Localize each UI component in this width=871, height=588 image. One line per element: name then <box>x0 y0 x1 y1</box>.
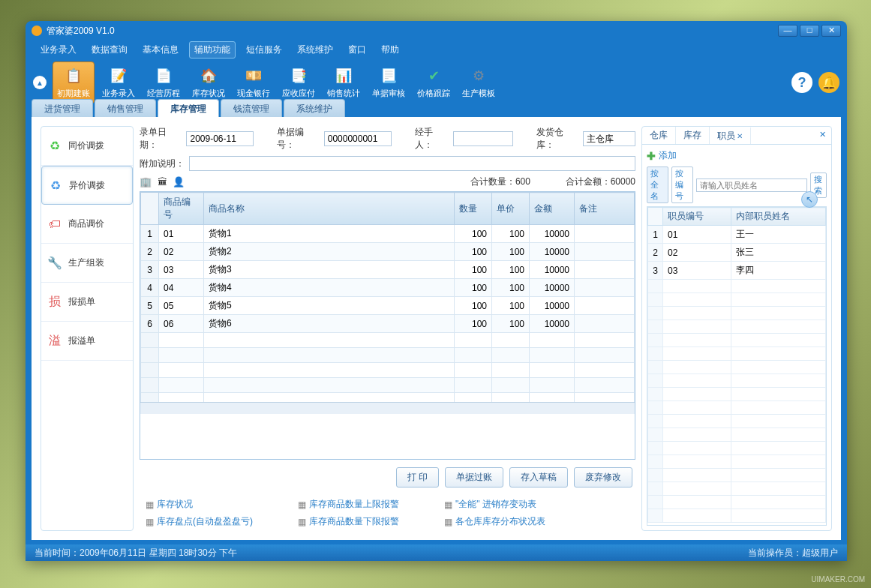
toolbar-icon: 📄 <box>153 67 174 85</box>
note-input[interactable] <box>189 156 635 171</box>
tab-close-icon[interactable]: ✕ <box>737 132 743 140</box>
toolbar-collapse-icon[interactable]: ▲ <box>33 76 47 89</box>
status-user: 当前操作员：超级用户 <box>748 547 838 560</box>
menu-item[interactable]: 帮助 <box>377 42 404 58</box>
grid-header[interactable] <box>141 193 159 225</box>
table-row[interactable]: 303货物310010010000 <box>141 261 635 279</box>
minimize-button[interactable]: — <box>778 25 797 37</box>
sidebar-item[interactable]: 🔧生产组装 <box>41 244 133 283</box>
toolbar-button[interactable]: 📃单据审核 <box>368 62 410 104</box>
toolbar-button[interactable]: ⚙生产模板 <box>458 62 500 104</box>
handler-label: 经手人： <box>415 126 449 152</box>
menu-item[interactable]: 窗口 <box>344 42 371 58</box>
table-row[interactable]: 101王一 <box>648 226 826 244</box>
sidebar-icon: 🏷 <box>47 217 62 232</box>
table-row[interactable]: 606货物610010010000 <box>141 315 635 333</box>
grid-header[interactable] <box>648 208 663 226</box>
menu-item[interactable]: 系统维护 <box>293 42 338 58</box>
sidebar-icon: ♻ <box>47 139 62 154</box>
toolbar-button[interactable]: ✔价格跟踪 <box>413 62 455 104</box>
table-row[interactable] <box>141 363 635 378</box>
toolbar-button[interactable]: 📝业务录入 <box>98 62 140 104</box>
sidebar-icon: 溢 <box>47 334 62 349</box>
grid-header[interactable]: 职员编号 <box>663 208 731 226</box>
grid-icon[interactable]: 🏢 <box>140 176 152 188</box>
warehouse-input[interactable] <box>583 131 635 146</box>
table-row[interactable]: 202张三 <box>648 244 826 262</box>
grid-header[interactable]: 商品编号 <box>159 193 204 225</box>
panel-close-icon[interactable]: ✕ <box>819 130 828 139</box>
main-tab[interactable]: 钱流管理 <box>221 99 282 117</box>
link-item[interactable]: ▦各仓库库存分布状况表 <box>444 515 545 528</box>
sidebar-item[interactable]: 溢报溢单 <box>41 322 133 361</box>
grid-header[interactable]: 单价 <box>492 193 530 225</box>
menu-item[interactable]: 辅助功能 <box>189 41 236 58</box>
toolbar-button[interactable]: 📑应收应付 <box>278 62 320 104</box>
grid-hscroll[interactable] <box>140 402 635 414</box>
toolbar-button[interactable]: 📄经营历程 <box>143 62 185 104</box>
search-input[interactable] <box>696 178 807 192</box>
table-row[interactable] <box>141 348 635 363</box>
grid-header[interactable]: 商品名称 <box>204 193 455 225</box>
table-row[interactable]: 202货物210010010000 <box>141 243 635 261</box>
toolbar: 📋初期建账📝业务录入📄经营历程🏠库存状况💴现金银行📑应收应付📊销售统计📃单据审核… <box>53 62 791 104</box>
grid-header[interactable]: 备注 <box>575 193 635 225</box>
date-input[interactable] <box>186 131 254 146</box>
notify-icon[interactable]: 🔔 <box>818 72 839 93</box>
link-item[interactable]: ▦库存盘点(自动盘盈盘亏) <box>146 515 253 528</box>
right-tab[interactable]: 库存 <box>676 127 710 144</box>
maximize-button[interactable]: □ <box>800 25 819 37</box>
action-button[interactable]: 存入草稿 <box>509 467 568 488</box>
link-item[interactable]: ▦库存商品数量下限报警 <box>298 515 399 528</box>
plus-icon: ✚ <box>647 150 656 162</box>
table-row[interactable]: 505货物510010010000 <box>141 297 635 315</box>
action-button[interactable]: 打 印 <box>396 467 439 488</box>
list-icon: ▦ <box>298 517 306 527</box>
menu-item[interactable]: 基本信息 <box>138 42 183 58</box>
menu-item[interactable]: 短信服务 <box>242 42 287 58</box>
menu-item[interactable]: 业务录入 <box>36 42 81 58</box>
main-tab[interactable]: 销售管理 <box>95 99 156 117</box>
link-item[interactable]: ▦库存商品数量上限报警 <box>298 498 399 511</box>
right-tab[interactable]: 职员 ✕ <box>710 127 751 144</box>
grid-header[interactable]: 数量 <box>455 193 492 225</box>
menu-item[interactable]: 数据查询 <box>87 42 132 58</box>
table-row[interactable]: 404货物410010010000 <box>141 279 635 297</box>
handler-input[interactable] <box>453 131 513 146</box>
sidebar-item[interactable]: ♻同价调拨 <box>41 127 133 166</box>
table-row[interactable]: 303李四 <box>648 262 826 280</box>
table-row[interactable] <box>141 378 635 393</box>
main-tab[interactable]: 系统维护 <box>284 99 345 117</box>
doc-label: 单据编号： <box>277 126 319 152</box>
link-item[interactable]: ▦库存状况 <box>146 498 253 511</box>
toolbar-button[interactable]: 📊销售统计 <box>323 62 365 104</box>
filter-number-pill[interactable]: 按编号 <box>671 166 693 203</box>
total-qty: 600 <box>515 176 530 187</box>
grid-header[interactable]: 内部职员姓名 <box>731 208 825 226</box>
table-row[interactable] <box>141 393 635 403</box>
action-button[interactable]: 单据过账 <box>445 467 503 488</box>
building-icon[interactable]: 🏛 <box>156 176 168 188</box>
help-icon[interactable]: ? <box>791 72 812 93</box>
toolbar-button[interactable]: 🏠库存状况 <box>188 62 230 104</box>
link-item[interactable]: ▦"全能" 进销存变动表 <box>444 498 545 511</box>
table-row[interactable] <box>141 333 635 348</box>
arrow-badge-icon[interactable]: ↖ <box>801 191 818 208</box>
add-button[interactable]: ✚ 添加 <box>647 149 827 162</box>
sidebar-item[interactable]: 损报损单 <box>41 283 133 322</box>
close-button[interactable]: ✕ <box>821 25 841 37</box>
doc-input[interactable] <box>324 131 392 146</box>
sidebar-item[interactable]: ♻异价调拨 <box>41 166 133 205</box>
person-icon[interactable]: 👤 <box>173 176 185 188</box>
filter-fullname-pill[interactable]: 按全名 <box>647 166 668 203</box>
main-tab[interactable]: 库存管理 <box>158 99 219 117</box>
main-tab[interactable]: 进货管理 <box>32 99 93 117</box>
toolbar-icon: ✔ <box>423 67 444 85</box>
action-button[interactable]: 废弃修改 <box>574 467 632 488</box>
sidebar-item[interactable]: 🏷商品调价 <box>41 205 133 244</box>
toolbar-button[interactable]: 💴现金银行 <box>233 62 275 104</box>
toolbar-button[interactable]: 📋初期建账 <box>53 62 95 104</box>
grid-header[interactable]: 金额 <box>530 193 575 225</box>
table-row[interactable]: 101货物110010010000 <box>141 225 635 243</box>
right-tab[interactable]: 仓库 <box>642 127 676 144</box>
